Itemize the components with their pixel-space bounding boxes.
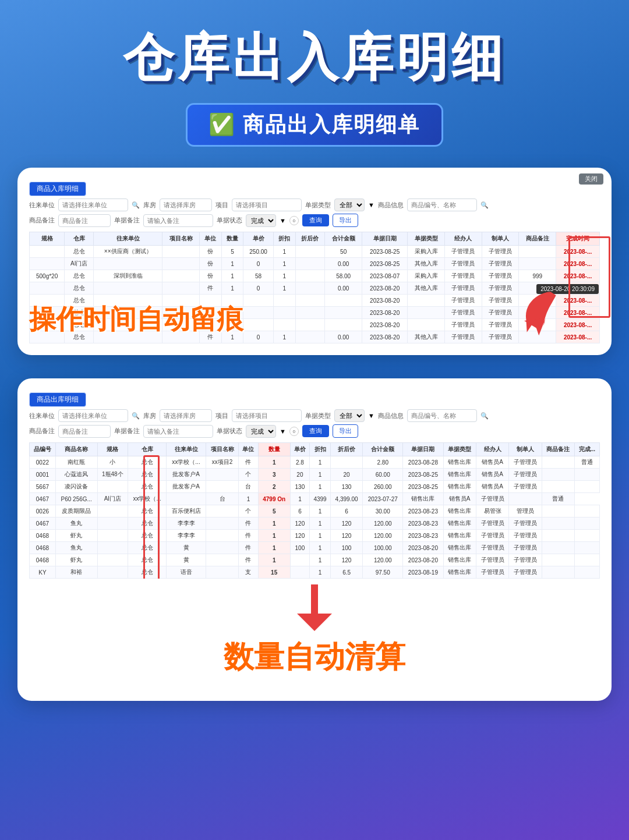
- table-cell: 1: [258, 518, 290, 530]
- export-button-1[interactable]: 导出: [333, 214, 358, 227]
- col-header: 单据日期: [362, 232, 408, 246]
- goods-info-input-2[interactable]: [407, 409, 477, 422]
- card2-tab[interactable]: 商品出库明细: [29, 392, 86, 407]
- table-cell: [243, 319, 274, 331]
- table-cell: 子管理员: [476, 542, 508, 554]
- table-cell: 2.80: [363, 456, 403, 469]
- table-cell: 子管理员: [445, 258, 482, 270]
- table-cell: 小: [97, 456, 128, 469]
- order-note-label: 单据备注: [114, 216, 140, 225]
- table-cell: [295, 282, 325, 295]
- table-cell: 0001: [30, 469, 56, 481]
- card1-tab[interactable]: 商品入库明细: [29, 182, 86, 196]
- table-cell: 其他入库: [408, 282, 445, 295]
- table-cell: 销售员A: [476, 469, 508, 481]
- table-cell: 销售出库: [443, 505, 476, 518]
- table-cell: 1: [310, 456, 331, 469]
- col-h: 制单人: [509, 443, 542, 456]
- table-cell: 2023-08-23: [403, 530, 443, 542]
- col-h: 折后价: [331, 443, 363, 456]
- query-button-2[interactable]: 查询: [302, 425, 329, 437]
- table-cell: [97, 481, 128, 493]
- table-cell: 台: [239, 481, 258, 493]
- table-cell: 子管理员: [509, 542, 542, 554]
- goods-note-input-2[interactable]: [58, 425, 111, 438]
- table-cell: 总仓: [65, 270, 94, 282]
- table-cell: [574, 469, 599, 481]
- col-header: 单位: [199, 232, 221, 246]
- order-type-select-2[interactable]: 全部: [334, 409, 365, 422]
- order-note-input-2[interactable]: [143, 425, 213, 438]
- table-cell: [97, 566, 128, 579]
- table-cell: [273, 295, 295, 307]
- table-cell: 120.00: [363, 518, 403, 530]
- order-type-select[interactable]: 全部: [334, 199, 365, 211]
- table-cell: 250.00: [243, 246, 274, 258]
- subtitle-badge: ✅ 商品出入库明细单: [186, 103, 443, 147]
- table-cell: 120: [290, 518, 309, 530]
- table-cell: xx学校（...: [128, 493, 167, 505]
- order-status-select[interactable]: 完成: [246, 214, 276, 227]
- table-cell: 50: [325, 246, 362, 258]
- goods-note-input[interactable]: [58, 214, 111, 227]
- table-cell: 130: [331, 481, 363, 493]
- table-cell: 子管理员: [445, 319, 482, 331]
- query-button-1[interactable]: 查询: [302, 214, 329, 226]
- table-cell: [206, 566, 238, 579]
- table-cell: 1: [273, 331, 295, 343]
- table-cell: [519, 246, 556, 258]
- table-row: 0468鱼丸总仓黄件11001100100.002023-08-20销售出库子管…: [30, 542, 600, 554]
- order-status-label-2: 单据状态: [217, 427, 242, 435]
- table-cell: 销售出库: [443, 542, 476, 554]
- table-row: 0022南红瓶小总仓xx学校（...xx项目2件12.812.802023-08…: [30, 456, 600, 469]
- export-button-2[interactable]: 导出: [333, 424, 358, 438]
- table-row: 0468虾丸总仓李李李件11201120120.002023-08-23销售出库…: [30, 530, 600, 542]
- table-cell: 130: [290, 481, 309, 493]
- table-cell: [295, 319, 325, 331]
- table-cell: 销售出库: [443, 554, 476, 566]
- table-cell: 易管张: [476, 505, 508, 518]
- table-cell: [325, 295, 362, 307]
- order-type-label-2: 单据类型: [305, 412, 331, 420]
- col-h: 往来单位: [167, 443, 206, 456]
- table-cell: 2023-08-25: [362, 246, 408, 258]
- col-h: 品编号: [30, 443, 56, 456]
- col-h: 合计金额: [363, 443, 403, 456]
- table-cell: 2023-08-25: [403, 469, 443, 481]
- table-row: 0467P60 256G...AI门店xx学校（...台14799 On1439…: [30, 493, 600, 505]
- warehouse-input[interactable]: [160, 199, 212, 211]
- table-cell: 凌闪设备: [55, 481, 97, 493]
- table-cell: 1: [221, 282, 243, 295]
- order-note-input[interactable]: [143, 214, 213, 227]
- from-unit-input[interactable]: [58, 199, 128, 211]
- table-cell: 销售出库: [443, 481, 476, 493]
- table-cell: [162, 258, 200, 270]
- item-input-2[interactable]: [232, 409, 302, 422]
- goods-info-input[interactable]: [407, 199, 477, 211]
- order-status-label: 单据状态: [217, 216, 242, 225]
- table-cell: [408, 307, 445, 319]
- col-h: 单价: [290, 443, 309, 456]
- close-button[interactable]: 关闭: [579, 173, 603, 185]
- table-cell: 总仓: [128, 469, 167, 481]
- table-cell: 1: [258, 554, 290, 566]
- table-cell: 2023-08-20: [403, 542, 443, 554]
- table-cell: 2023-08-07: [362, 270, 408, 282]
- from-unit-input-2[interactable]: [58, 409, 128, 422]
- table-cell: 其他入库: [408, 258, 445, 270]
- item-input[interactable]: [232, 199, 302, 211]
- table-row: AI门店份1010.002023-08-25其他入库子管理员子管理员2023-0…: [30, 258, 600, 270]
- table-cell: 1: [310, 518, 331, 530]
- warehouse-input-2[interactable]: [160, 409, 212, 422]
- table-cell: 30.00: [363, 505, 403, 518]
- table-cell: 总仓: [128, 566, 167, 579]
- table-cell: 100: [290, 542, 309, 554]
- table-cell: 南红瓶: [55, 456, 97, 469]
- overlay-text-2: 数量自动清算: [29, 631, 600, 689]
- table-cell: 子管理员: [482, 258, 519, 270]
- table-cell: 台: [206, 493, 238, 505]
- order-note-label-2: 单据备注: [114, 427, 140, 435]
- table-cell: 2023-08-20: [362, 282, 408, 295]
- order-status-select-2[interactable]: 完成: [246, 425, 276, 438]
- warehouse-label: 库房: [143, 201, 156, 210]
